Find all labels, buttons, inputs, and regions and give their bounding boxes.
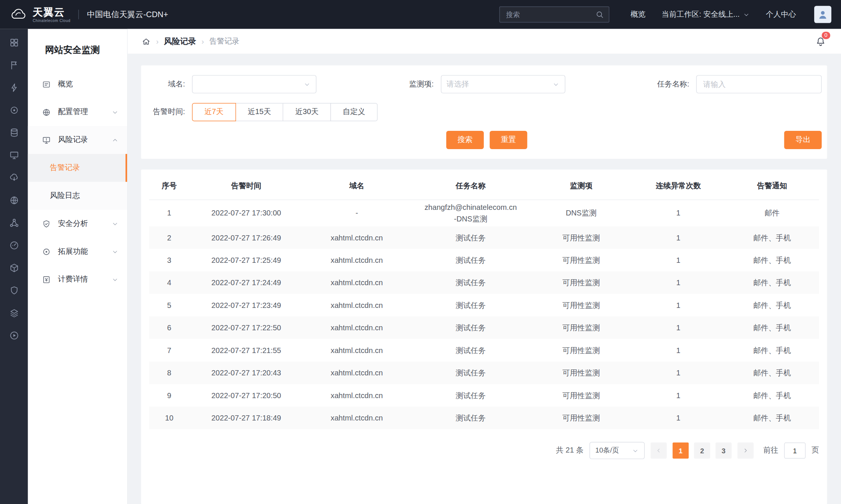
table-row: 42022-07-27 17:24:49xahtml.ctcdn.cn测试任务可… <box>149 272 819 294</box>
sidebar-subitem-2-0[interactable]: 告警记录 <box>28 154 127 182</box>
brand-logo[interactable]: 天翼云 Chinatelecom Cloud <box>9 7 70 22</box>
nav-overview[interactable]: 概览 <box>630 10 645 19</box>
table-cell: 1 <box>631 362 725 384</box>
header-search[interactable] <box>499 6 609 22</box>
monitor-icon[interactable] <box>9 150 19 160</box>
sidebar-item-3[interactable]: 安全分析 <box>28 210 127 238</box>
time-option-button-2[interactable]: 近30天 <box>283 103 331 121</box>
table-cell: 邮件、手机 <box>725 384 819 407</box>
time-option-button-1[interactable]: 近15天 <box>235 103 283 121</box>
table-cell: 1 <box>631 316 725 339</box>
table-cell: 1 <box>631 294 725 316</box>
table-header-cell: 告警通知 <box>725 173 819 200</box>
table-cell: 9 <box>149 384 189 407</box>
table-cell: 2022-07-27 17:20:50 <box>189 384 303 407</box>
table-cell: 邮件、手机 <box>725 339 819 362</box>
layers-icon[interactable] <box>9 308 19 318</box>
home-icon[interactable] <box>142 37 151 46</box>
monitor-item-select[interactable]: 请选择 <box>441 75 565 93</box>
page-size-select[interactable]: 10条/页 <box>589 442 645 459</box>
time-option-button-0[interactable]: 近7天 <box>192 103 236 121</box>
sidebar-item-5[interactable]: 计费详情 <box>28 265 127 293</box>
search-icon[interactable] <box>595 10 604 19</box>
table-cell: 可用性监测 <box>531 339 631 362</box>
domain-label: 域名: <box>152 79 185 89</box>
table-cell: 可用性监测 <box>531 384 631 407</box>
table-cell: 3 <box>149 249 189 271</box>
sidebar-submenu: 告警记录风险日志 <box>28 154 127 210</box>
table-cell: 1 <box>631 339 725 362</box>
table-header-cell: 序号 <box>149 173 189 200</box>
dashboard-icon[interactable] <box>9 38 19 48</box>
time-option-button-3[interactable]: 自定义 <box>330 103 378 121</box>
table-cell: 2022-07-27 17:21:55 <box>189 339 303 362</box>
notification-badge: 0 <box>822 32 830 39</box>
table-cell: xahtml.ctcdn.cn <box>303 249 410 271</box>
alert-table-panel: 序号告警时间域名任务名称监测项连续异常次数告警通知 12022-07-27 17… <box>141 170 827 504</box>
sidebar-item-label: 风险记录 <box>58 135 111 145</box>
chevron-right-icon <box>742 447 749 454</box>
package-icon[interactable] <box>9 263 19 273</box>
gauge-icon[interactable] <box>9 240 19 251</box>
reset-button[interactable]: 重置 <box>490 131 527 149</box>
target-icon[interactable] <box>9 105 19 115</box>
chevron-down-icon <box>303 81 311 88</box>
risk-monitor-icon <box>42 135 51 144</box>
table-row: 102022-07-27 17:18:49xahtml.ctcdn.cn测试任务… <box>149 407 819 429</box>
sidebar-subitem-2-1[interactable]: 风险日志 <box>28 182 127 210</box>
table-cell: - <box>303 200 410 227</box>
table-cell: 测试任务 <box>410 384 531 407</box>
goto-page-input[interactable] <box>784 443 806 459</box>
export-button[interactable]: 导出 <box>784 131 822 149</box>
table-cell: 邮件、手机 <box>725 272 819 294</box>
search-button[interactable]: 搜索 <box>446 131 484 149</box>
table-cell: 2 <box>149 227 189 249</box>
sidebar-item-2[interactable]: 风险记录 <box>28 126 127 154</box>
cloud-download-icon[interactable] <box>9 173 19 183</box>
page-button-3[interactable]: 3 <box>715 443 731 459</box>
table-cell: 1 <box>631 384 725 407</box>
breadcrumb-item-risk-records[interactable]: 风险记录 <box>164 36 196 46</box>
table-cell: 邮件、手机 <box>725 227 819 249</box>
avatar[interactable] <box>814 6 831 23</box>
chevron-down-icon <box>743 11 750 18</box>
table-cell: 1 <box>149 200 189 227</box>
table-cell: 测试任务 <box>410 227 531 249</box>
sidebar-item-1[interactable]: 配置管理 <box>28 98 127 126</box>
breadcrumb-separator: › <box>202 37 204 45</box>
sidebar-item-0[interactable]: 概览 <box>28 70 127 98</box>
brand-subtitle: Chinatelecom Cloud <box>33 19 70 22</box>
nav-personal-center[interactable]: 个人中心 <box>766 10 796 19</box>
page-size-value: 10条/页 <box>595 446 619 456</box>
play-icon[interactable] <box>9 330 19 340</box>
table-row: 62022-07-27 17:22:50xahtml.ctcdn.cn测试任务可… <box>149 316 819 339</box>
table-cell: xahtml.ctcdn.cn <box>303 384 410 407</box>
globe-icon[interactable] <box>9 195 19 205</box>
brand-name: 天翼云 <box>33 7 70 17</box>
search-input[interactable] <box>505 10 595 19</box>
page-button-1[interactable]: 1 <box>673 443 689 459</box>
next-page-button[interactable] <box>737 443 753 459</box>
network-icon[interactable] <box>9 218 19 228</box>
icon-rail <box>0 29 28 504</box>
table-cell: xahtml.ctcdn.cn <box>303 362 410 384</box>
domain-select[interactable] <box>192 75 316 93</box>
database-icon[interactable] <box>9 127 19 138</box>
task-name-input[interactable] <box>696 75 822 93</box>
page-button-2[interactable]: 2 <box>694 443 710 459</box>
workspace-selector[interactable]: 当前工作区: 安全线上... <box>662 10 750 19</box>
flag-icon[interactable] <box>9 60 19 70</box>
app: 天翼云 Chinatelecom Cloud 中国电信天翼云-CDN+ 概览 当… <box>0 0 841 504</box>
table-cell: 5 <box>149 294 189 316</box>
chevron-down-icon <box>111 220 119 227</box>
table-cell: 邮件、手机 <box>725 316 819 339</box>
bolt-icon[interactable] <box>9 83 19 93</box>
shield-icon[interactable] <box>9 285 19 295</box>
sidebar-item-4[interactable]: 拓展功能 <box>28 237 127 265</box>
main-area: › 风险记录 › 告警记录 0 域名: <box>127 29 841 504</box>
table-cell: zhangfzh@chinatelecom.cn -DNS监测 <box>410 200 531 227</box>
table-cell: 10 <box>149 407 189 429</box>
notification-bell-icon[interactable]: 0 <box>815 36 826 47</box>
goto-label: 前往 <box>763 446 778 456</box>
prev-page-button[interactable] <box>651 443 667 459</box>
